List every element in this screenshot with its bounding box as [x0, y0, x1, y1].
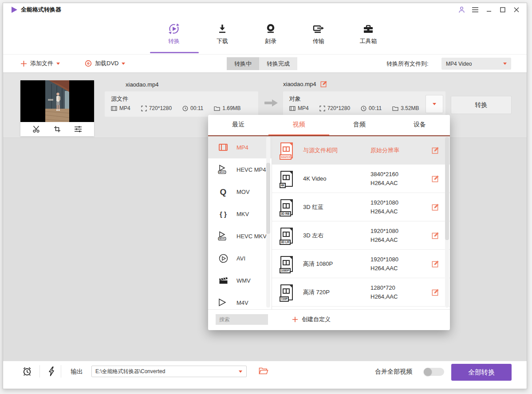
search-input[interactable] — [216, 314, 268, 325]
preset-row-same-as-source[interactable]: source 与源文件相同 原始分辨率 — [272, 136, 450, 165]
hevc-mp4-icon: HEVC — [217, 165, 229, 174]
adjust-sliders-icon[interactable] — [74, 126, 82, 133]
preset-resolution: 3840*2160 — [370, 170, 432, 179]
status-tabs: 转换中 转换完成 — [227, 57, 297, 70]
duration-clock-icon — [182, 106, 188, 111]
preset-codec: H264,AAC — [370, 292, 432, 301]
merge-all-toggle[interactable] — [424, 368, 444, 376]
target-format-dropdown-button[interactable] — [426, 95, 443, 113]
tab-converted[interactable]: 转换完成 — [259, 57, 297, 70]
tab-download[interactable]: 下载 — [202, 21, 242, 45]
caret-down-icon — [56, 63, 60, 65]
merge-all-label: 合并全部视频 — [375, 368, 412, 376]
convert-all-button[interactable]: 全部转换 — [451, 364, 512, 381]
format-list-scrollbar[interactable] — [266, 137, 270, 307]
tab-burn-label: 刻录 — [251, 37, 291, 45]
source-panel-info: MP4 720*1280 00:11 1.69MB — [111, 105, 241, 111]
popup-tab-audio[interactable]: 音频 — [329, 115, 390, 135]
toolbar: 添加文件 加载DVD 转换中 转换完成 转换所有文件到: MP4 Video — [3, 54, 527, 72]
target-file-name: xiaodao.mp4 — [283, 81, 316, 87]
format-item-hevc-mp4[interactable]: HEVC HEVC MP4 — [208, 158, 272, 181]
output-path-dropdown[interactable] — [91, 366, 247, 377]
edit-preset-icon[interactable] — [432, 260, 439, 268]
popup-tab-recent[interactable]: 最近 — [208, 115, 268, 135]
source-resolution: 720*1280 — [149, 105, 172, 111]
trim-scissors-icon[interactable] — [33, 126, 40, 133]
tab-convert[interactable]: 转换 — [154, 21, 194, 45]
preset-list-scrollbar[interactable] — [445, 137, 449, 307]
format-item-mov[interactable]: Q MOV — [208, 181, 272, 203]
toggle-knob — [424, 368, 432, 376]
rename-edit-icon[interactable] — [320, 80, 327, 87]
close-icon[interactable] — [512, 6, 520, 14]
tab-toolbox[interactable]: 工具箱 — [348, 21, 388, 45]
preset-resolution: 1920*1080 — [370, 255, 432, 264]
preset-row-hd-720p[interactable]: 720P 高清 720P 1280*720 H264,AAC — [272, 278, 450, 307]
preset-row-hd-1080p[interactable]: 1080P 高清 1080P 1920*1080 H264,AAC — [272, 250, 450, 278]
preset-codec: H264,AAC — [370, 264, 432, 273]
thumbnail-image — [45, 80, 69, 122]
format-item-mp4[interactable]: MP4 — [208, 136, 272, 158]
avi-icon — [217, 254, 229, 263]
create-custom-button[interactable]: 创建自定义 — [292, 315, 331, 323]
lightning-icon[interactable] — [47, 366, 55, 378]
popup-tab-device[interactable]: 设备 — [390, 115, 450, 135]
crop-icon[interactable] — [54, 126, 61, 133]
edit-preset-icon[interactable] — [432, 232, 439, 239]
divider — [39, 365, 40, 378]
target-size: 3.52MB — [401, 105, 419, 111]
video-thumbnail[interactable] — [20, 80, 94, 122]
preset-row-3d-redblue[interactable]: 3D RB 3D 红蓝 1920*1080 H264,AAC — [272, 193, 450, 221]
resolution-icon — [141, 106, 147, 111]
format-list: MP4 HEVC HEVC MP4 Q MOV { } MKV — [208, 136, 272, 309]
output-path-input[interactable] — [92, 368, 239, 374]
schedule-alarm-icon[interactable] — [22, 366, 32, 378]
tab-convert-label: 转换 — [154, 37, 194, 45]
format-item-hevc-mkv[interactable]: HEVC HEVC MKV — [208, 225, 272, 247]
target-info-panel: 对象 MP4 720*1280 00:11 3.52MB — [283, 91, 445, 117]
caret-down-icon — [503, 63, 507, 65]
preset-source-icon: source — [280, 142, 293, 158]
dvd-icon — [85, 60, 92, 67]
maximize-icon[interactable] — [499, 6, 507, 14]
format-item-avi[interactable]: AVI — [208, 247, 272, 269]
source-panel-title: 源文件 — [111, 95, 128, 103]
convert-all-to-dropdown[interactable]: MP4 Video — [441, 58, 511, 70]
popup-tab-video[interactable]: 视频 — [268, 115, 329, 135]
preset-resolution: 原始分辨率 — [370, 146, 432, 155]
user-icon[interactable] — [457, 6, 465, 14]
preset-file-icon: 720P — [280, 284, 293, 300]
output-label: 输出 — [71, 368, 83, 376]
preset-file-icon: 3D RB — [280, 199, 293, 215]
titlebar: 全能格式转换器 — [3, 3, 527, 16]
app-window: 全能格式转换器 — [3, 3, 527, 389]
edit-preset-icon[interactable] — [432, 288, 439, 296]
screen: 全能格式转换器 — [0, 0, 532, 394]
format-item-mkv[interactable]: { } MKV — [208, 203, 272, 225]
open-folder-icon[interactable] — [259, 367, 268, 377]
tab-transfer[interactable]: 传输 — [299, 21, 339, 45]
source-file-name: xiaodao.mp4 — [126, 81, 158, 88]
convert-all-to-label: 转换所有文件到: — [386, 60, 429, 68]
edit-preset-icon[interactable] — [432, 175, 439, 182]
scrollbar-thumb[interactable] — [266, 163, 270, 234]
convert-all-to-value: MP4 Video — [441, 61, 503, 67]
load-dvd-button[interactable]: 加载DVD — [85, 55, 125, 72]
format-item-wmv[interactable]: WMV — [208, 269, 272, 292]
format-picker-popup: 最近 视频 音频 设备 MP4 HEVC HEVC MP4 Q — [208, 115, 450, 330]
tab-burn[interactable]: 刻录 — [251, 21, 291, 45]
format-item-m4v[interactable]: M4V — [208, 292, 272, 309]
scrollbar-thumb[interactable] — [445, 137, 449, 240]
minimize-icon[interactable] — [485, 6, 493, 14]
preset-row-3d-leftright[interactable]: 3D LR 3D 左右 1920*1080 H264,AAC — [272, 221, 450, 250]
add-files-button[interactable]: 添加文件 — [20, 55, 60, 72]
preset-resolution: 1280*720 — [370, 284, 432, 292]
video-thumbnail-card — [20, 80, 94, 136]
svg-text:HEVC: HEVC — [219, 237, 225, 240]
preset-row-4k[interactable]: 4K 4K Video 3840*2160 H264,AAC — [272, 165, 450, 193]
convert-button[interactable]: 转换 — [451, 96, 512, 114]
edit-preset-icon[interactable] — [432, 203, 439, 211]
edit-preset-icon[interactable] — [432, 146, 439, 154]
menu-icon[interactable] — [471, 6, 479, 14]
tab-converting[interactable]: 转换中 — [227, 57, 259, 70]
